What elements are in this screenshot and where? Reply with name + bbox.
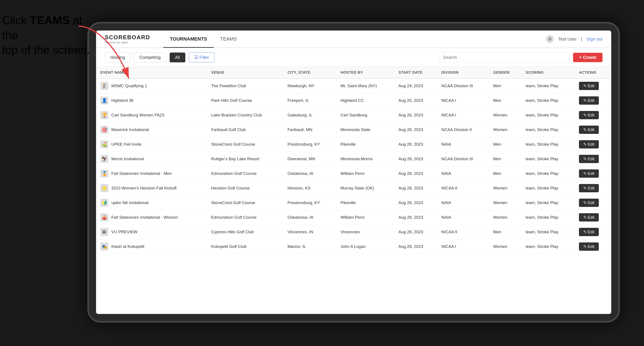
event-name-label: 2023 Women's Hesston Fall Kickoff (111, 186, 176, 190)
edit-button[interactable]: ✎ Edit (579, 111, 599, 119)
cell-event-name: ⛳ UPKE Fall Invite (96, 137, 207, 152)
table-row: 👤 Highland 36 Park Hills Golf Course Fre… (96, 93, 611, 108)
cell-venue: Hesston Golf Course (207, 181, 283, 195)
cell-event-name: 🦅 Morris Invitational (96, 152, 207, 166)
cell-division: NAIA (437, 210, 489, 225)
cell-hosted-by: Murray State (OK) (336, 181, 394, 195)
edit-button[interactable]: ✎ Edit (579, 126, 599, 134)
edit-button[interactable]: ✎ Edit (579, 155, 599, 163)
edit-button[interactable]: ✎ Edit (579, 228, 599, 236)
cell-actions: ✎ Edit (574, 152, 611, 166)
cell-start-date: Aug 28, 2023 (394, 137, 437, 152)
table-row: 🏛 VU PREVIEW Cypress Hills Golf Club Vin… (96, 225, 611, 239)
cell-city: Newburgh, NY (283, 78, 336, 93)
nav-tabs: TOURNAMENTS TEAMS (163, 30, 546, 47)
cell-venue: Edmundson Golf Course (207, 210, 283, 225)
edit-button[interactable]: ✎ Edit (579, 140, 599, 149)
event-name-label: Fall Statesmen Invitational - Men (111, 171, 172, 176)
all-filter-btn[interactable]: All (170, 52, 185, 62)
settings-icon[interactable]: ⚙ (546, 35, 554, 43)
cell-hosted-by: John A Logan (336, 239, 394, 254)
cell-event-name: 🏆 Carl Sandburg Women FA23 (96, 108, 207, 123)
cell-venue: Kokopelli Golf Club (207, 239, 283, 254)
table-row: 🏅 Fall Statesmen Invitational - Men Edmu… (96, 166, 611, 181)
cell-city: Galesburg, IL (283, 108, 336, 123)
cell-scoring: team, Stroke Play (521, 93, 574, 108)
cell-event-name: 🎯 Maverick Invitational (96, 123, 207, 137)
edit-button[interactable]: ✎ Edit (579, 199, 599, 207)
cell-gender: Men (489, 137, 521, 152)
cell-venue: Cypress Hills Golf Club (207, 225, 283, 239)
cell-venue: The Powelton Club (207, 78, 283, 93)
cell-hosted-by: Mt. Saint Mary (NY) (336, 78, 394, 93)
edit-button[interactable]: ✎ Edit (579, 170, 599, 178)
cell-start-date: Aug 28, 2023 (394, 152, 437, 166)
cell-division: NICAA I (437, 93, 489, 108)
cell-division: NICAA I (437, 239, 489, 254)
hosting-filter-btn[interactable]: Hosting (105, 52, 130, 62)
event-icon: 🎭 (100, 243, 108, 250)
cell-hosted-by: Carl Sandburg (336, 108, 394, 123)
cell-division: NAIA (437, 137, 489, 152)
cell-start-date: Aug 28, 2023 (394, 166, 437, 181)
table-container: EVENT NAME VENUE CITY, STATE HOSTED BY S… (96, 67, 611, 314)
table-row: 🏆 Carl Sandburg Women FA23 Lake Bracken … (96, 108, 611, 123)
tablet-frame: SCOREBOARD Powered by clippit TOURNAMENT… (87, 22, 620, 323)
instruction-bold: TEAMS (30, 14, 70, 27)
cell-start-date: Aug 24, 2023 (394, 78, 437, 93)
nav-right: ⚙ Test User | Sign out (546, 35, 602, 43)
cell-hosted-by: Highland CC (336, 93, 394, 108)
edit-button[interactable]: ✎ Edit (579, 82, 599, 90)
advanced-filter-btn[interactable]: ☰ Filter (189, 52, 214, 62)
cell-gender: Men (489, 166, 521, 181)
top-nav: SCOREBOARD Powered by clippit TOURNAMENT… (96, 30, 611, 48)
edit-button[interactable]: ✎ Edit (579, 184, 599, 192)
col-division: DIVISION (437, 67, 489, 78)
event-name-label: Fall Statesmen Invitational - Women (111, 215, 178, 220)
cell-gender: Men (489, 225, 521, 239)
cell-division: NICAA II (437, 225, 489, 239)
competing-filter-btn[interactable]: Competing (134, 52, 166, 62)
cell-actions: ✎ Edit (574, 239, 611, 254)
col-city-state: CITY, STATE (283, 67, 336, 78)
cell-scoring: team, Stroke Play (521, 195, 574, 210)
create-btn[interactable]: + Create (573, 53, 603, 62)
event-name-label: Klash at Kokopelli (111, 244, 144, 249)
cell-start-date: Aug 25, 2023 (394, 93, 437, 108)
cell-city: Faribault, MN (283, 123, 336, 137)
cell-event-name: 👤 Highland 36 (96, 93, 207, 108)
cell-scoring: team, Stroke Play (521, 239, 574, 254)
col-venue: VENUE (207, 67, 283, 78)
edit-button[interactable]: ✎ Edit (579, 242, 599, 251)
cell-gender: Women (489, 210, 521, 225)
search-input[interactable] (438, 52, 570, 62)
cell-actions: ✎ Edit (574, 225, 611, 239)
cell-city: Marion, IL (283, 239, 336, 254)
cell-venue: Edmundson Golf Course (207, 166, 283, 181)
cell-actions: ✎ Edit (574, 210, 611, 225)
event-icon: 🎪 (100, 213, 108, 221)
event-name-label: UPKE Fall Invite (111, 142, 142, 147)
cell-division: NCAA Division II (437, 123, 489, 137)
cell-actions: ✎ Edit (574, 181, 611, 195)
cell-actions: ✎ Edit (574, 166, 611, 181)
cell-gender: Women (489, 108, 521, 123)
cell-event-name: 🏅 Fall Statesmen Invitational - Men (96, 166, 207, 181)
cell-city: Freeport, IL (283, 93, 336, 108)
cell-division: NICAA I (437, 108, 489, 123)
cell-gender: Women (489, 181, 521, 195)
table-row: 🎯 Maverick Invitational Faribault Golf C… (96, 123, 611, 137)
cell-gender: Men (489, 93, 521, 108)
event-icon: 🦅 (100, 155, 108, 163)
tab-tournaments[interactable]: TOURNAMENTS (163, 31, 214, 48)
tablet-screen: SCOREBOARD Powered by clippit TOURNAMENT… (96, 30, 611, 314)
cell-division: NCAA Division III (437, 152, 489, 166)
cell-event-name: 🎪 Fall Statesmen Invitational - Women (96, 210, 207, 225)
event-icon: 🏌 (100, 82, 108, 90)
signout-link[interactable]: Sign out (586, 37, 602, 42)
edit-button[interactable]: ✎ Edit (579, 213, 599, 221)
edit-button[interactable]: ✎ Edit (579, 96, 599, 105)
event-name-label: MSMC Qualifying 1 (111, 83, 147, 88)
event-name-label: Morris Invitational (111, 157, 144, 161)
tab-teams[interactable]: TEAMS (214, 31, 244, 48)
